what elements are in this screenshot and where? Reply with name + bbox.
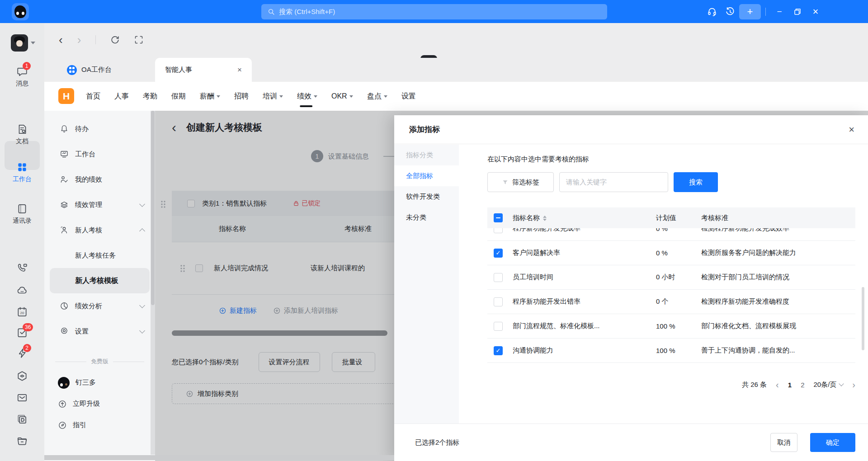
side-item-newbie-templates[interactable]: 新人考核模板: [50, 268, 150, 293]
close-tab-icon[interactable]: ×: [237, 66, 242, 75]
category-all[interactable]: 全部指标: [394, 165, 459, 186]
nav-home[interactable]: 首页: [86, 92, 100, 101]
indicator-row[interactable]: 程序新功能开发出错率 0 个 检测程序新功能开发准确程度: [487, 290, 855, 314]
tab-smart-hr[interactable]: 智能人事 ×: [155, 58, 252, 82]
row-checkbox[interactable]: [494, 297, 503, 306]
filter-tags-button[interactable]: 筛选标签: [487, 172, 554, 192]
tab-strip: OA工作台 智能人事 ×: [44, 58, 868, 82]
new-button[interactable]: +: [739, 4, 761, 19]
side-item-todo[interactable]: 待办: [44, 116, 155, 141]
panel-scrollbar-thumb[interactable]: [151, 111, 155, 305]
rail-more-button[interactable]: ⋯: [0, 458, 44, 461]
select-all-checkbox[interactable]: [494, 213, 503, 222]
refresh-button[interactable]: [110, 35, 120, 45]
nav-hr[interactable]: 人事: [114, 92, 129, 101]
history-button[interactable]: [721, 3, 739, 21]
pagination: 共 26 条 ‹ 1 2 20条/页 ›: [742, 377, 855, 392]
prev-page-icon[interactable]: ‹: [776, 380, 779, 389]
side-item-my-performance[interactable]: 我的绩效: [44, 167, 155, 192]
standard-text: 检测程序新功能开发准确程度: [701, 297, 855, 306]
indicator-name: 程序新功能开发出错率: [513, 297, 656, 306]
close-drawer-icon[interactable]: ×: [849, 124, 854, 136]
nav-inventory[interactable]: 盘点: [367, 92, 387, 101]
nav-okr[interactable]: OKR: [331, 92, 353, 100]
dingtalk-cat-icon: [14, 5, 26, 18]
side-item-guide[interactable]: 指引: [44, 414, 155, 436]
row-checkbox[interactable]: [494, 228, 503, 233]
side-item-dingsanduo[interactable]: 钉三多: [44, 372, 155, 393]
indicator-row[interactable]: 程序新功能开发完成率 0 % 检测程序新功能开发完成效率: [487, 228, 855, 241]
nav-recruiting[interactable]: 招聘: [234, 92, 249, 101]
row-checkbox[interactable]: ✓: [494, 346, 503, 355]
side-item-upgrade-now[interactable]: 立即升级: [44, 393, 155, 414]
rail-item-apps[interactable]: [0, 370, 44, 382]
rail-item-workbench[interactable]: 工作台: [0, 161, 44, 183]
nav-label: 设置: [401, 92, 416, 101]
global-search-input[interactable]: 搜索 (Ctrl+Shift+F): [261, 4, 607, 19]
rail-item-calls[interactable]: [0, 263, 44, 274]
nav-forward-button[interactable]: ›: [77, 34, 81, 46]
close-window-button[interactable]: ×: [807, 3, 825, 21]
nav-performance[interactable]: 绩效: [297, 92, 317, 101]
plus-icon: +: [747, 6, 753, 18]
page-1[interactable]: 1: [788, 381, 792, 389]
confirm-button[interactable]: 确定: [810, 433, 855, 452]
rail-item-files[interactable]: [0, 435, 44, 447]
user-avatar[interactable]: [11, 34, 28, 52]
indicator-name: 沟通协调能力: [513, 346, 656, 355]
search-button[interactable]: 搜索: [674, 172, 718, 192]
indicator-row[interactable]: 部门流程规范、标准化模板... 100 % 部门标准化文档、流程模板展现: [487, 314, 855, 339]
minimize-button[interactable]: −: [770, 3, 788, 21]
row-checkbox[interactable]: [494, 273, 503, 282]
chevron-down-icon: [384, 95, 387, 98]
search-placeholder: 搜索 (Ctrl+Shift+F): [279, 8, 335, 16]
chevron-down-icon[interactable]: [31, 42, 35, 44]
rail-item-contacts[interactable]: 通讯录: [0, 203, 44, 225]
nav-back-button[interactable]: ‹: [59, 34, 63, 46]
restore-button[interactable]: [788, 3, 807, 21]
side-item-newbie-tasks[interactable]: 新人考核任务: [44, 243, 155, 268]
indicator-row[interactable]: ✓ 沟通协调能力 100 % 善于上下沟通协调，能自发的...: [487, 339, 855, 363]
nav-training[interactable]: 培训: [263, 92, 283, 101]
nav-settings[interactable]: 设置: [401, 92, 416, 101]
page-2[interactable]: 2: [801, 381, 804, 389]
row-checkbox[interactable]: [494, 322, 503, 331]
plan-value: 0 %: [656, 249, 701, 257]
bottom-horizontal-scrollbar[interactable]: [44, 455, 394, 460]
rail-item-docs[interactable]: 文档: [0, 123, 44, 146]
rail-item-drive[interactable]: [0, 284, 44, 296]
category-software-dev[interactable]: 软件开发类: [394, 186, 459, 207]
side-item-workbench[interactable]: 工作台: [44, 141, 155, 167]
indicator-row[interactable]: 员工培训时间 0 小时 检测对于部门员工培训的情况: [487, 265, 855, 290]
drawer-scrollbar-thumb[interactable]: [862, 287, 864, 350]
side-item-newbie-assessment[interactable]: 新人考核: [44, 217, 155, 243]
side-label: 新人考核模板: [75, 276, 118, 286]
expand-button[interactable]: [134, 35, 143, 44]
sort-icon[interactable]: [543, 216, 547, 221]
filter-tags-label: 筛选标签: [512, 178, 539, 187]
rail-item-messages[interactable]: 1 消息: [0, 66, 44, 88]
side-item-settings[interactable]: 设置: [44, 319, 155, 344]
indicator-row[interactable]: ✓ 客户问题解决率 0 % 检测所服务客户问题的解决能力: [487, 241, 855, 265]
category-uncategorized[interactable]: 未分类: [394, 207, 459, 228]
page-size-select[interactable]: 20条/页: [813, 381, 843, 389]
cancel-button[interactable]: 取消: [770, 433, 797, 452]
keyword-input[interactable]: 请输入关键字: [559, 172, 668, 192]
rail-item-dingdoc[interactable]: [0, 414, 44, 425]
rail-item-flash[interactable]: 2: [0, 348, 44, 359]
rail-item-calendar[interactable]: 20: [0, 306, 44, 318]
rail-item-mail[interactable]: [0, 392, 44, 404]
row-checkbox[interactable]: ✓: [494, 249, 503, 258]
nav-payroll[interactable]: 薪酬: [200, 92, 220, 101]
side-item-performance-analysis[interactable]: 绩效分析: [44, 293, 155, 319]
nav-leave[interactable]: 假期: [171, 92, 186, 101]
chrome-bar: ‹ › 一里科技 审批事项 应用中心 独立窗口: [0, 23, 868, 58]
side-item-performance-mgmt[interactable]: 绩效管理: [44, 192, 155, 217]
nav-attendance[interactable]: 考勤: [143, 92, 157, 101]
headset-button[interactable]: [703, 3, 721, 21]
side-label: 待办: [75, 125, 89, 133]
tab-oa-workbench[interactable]: OA工作台: [58, 58, 121, 82]
next-page-icon[interactable]: ›: [852, 380, 855, 389]
rail-item-todo[interactable]: 36: [0, 327, 44, 339]
funnel-icon: [502, 179, 509, 186]
